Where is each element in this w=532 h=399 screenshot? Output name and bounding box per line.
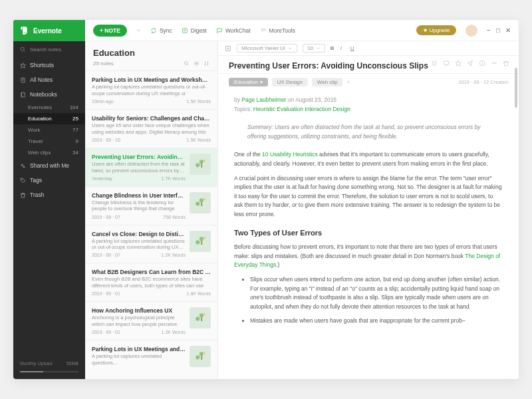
note-item[interactable]: What B2B Designers Can Learn from B2C Ab… xyxy=(85,263,217,301)
present-icon[interactable] xyxy=(443,60,450,66)
note-content[interactable]: by Page Laubheimer on August 23, 2015 To… xyxy=(218,90,519,379)
note-item[interactable]: Parking Lots in UX Meetings and Worksh…A… xyxy=(85,340,217,374)
notebook-evernotes[interactable]: Evernotes164 xyxy=(13,102,85,113)
search-input[interactable]: Search notes xyxy=(13,41,85,58)
evernote-logo-icon xyxy=(19,25,29,36)
svg-point-39 xyxy=(196,240,200,244)
svg-point-17 xyxy=(261,29,262,29)
author-link[interactable]: Page Laubheimer xyxy=(241,96,286,103)
notes-icon xyxy=(20,77,26,83)
note-item[interactable]: Cancel vs Close: Design to Distinguish…A… xyxy=(85,225,217,263)
svg-point-68 xyxy=(493,63,494,63)
note-item[interactable]: How Anchoring Influences UXAnchoring is … xyxy=(85,301,217,340)
summary: Summary: Users are often distracted from… xyxy=(234,119,503,145)
bold-button[interactable]: B xyxy=(331,45,336,51)
size-select[interactable]: 10 xyxy=(303,44,325,53)
list-view-icon[interactable] xyxy=(194,61,200,66)
svg-rect-48 xyxy=(194,350,207,363)
brand-header[interactable]: Evernote xyxy=(13,20,85,41)
sidebar-item-shared[interactable]: Shared with Me xyxy=(13,158,85,173)
new-note-button[interactable]: + NOTE xyxy=(93,25,127,37)
notebook-icon xyxy=(20,92,26,98)
created-date: 2019 · 08 · 12 Created xyxy=(458,79,508,85)
workchat-button[interactable]: WorkChat xyxy=(216,27,251,34)
svg-line-10 xyxy=(23,165,24,166)
svg-point-0 xyxy=(21,47,24,51)
svg-point-69 xyxy=(495,63,496,63)
grid-icon xyxy=(260,27,267,34)
more-icon[interactable] xyxy=(491,60,497,66)
avatar[interactable] xyxy=(466,25,477,37)
search-icon[interactable] xyxy=(184,61,190,66)
tag-row: Education ▾ UX Design Web clip + 2019 · … xyxy=(218,74,519,90)
svg-point-37 xyxy=(203,198,205,200)
more-tools-button[interactable]: MoreTools xyxy=(260,27,295,34)
sync-button[interactable]: Sync xyxy=(150,27,172,34)
close-button[interactable]: ✕ xyxy=(505,27,511,34)
scrollbar[interactable] xyxy=(515,68,517,108)
tag-icon xyxy=(20,178,26,184)
notebook-education[interactable]: Education25 xyxy=(13,113,85,124)
svg-point-41 xyxy=(200,237,203,241)
svg-rect-14 xyxy=(183,28,188,33)
shortcut-icon[interactable] xyxy=(455,60,462,66)
delete-icon[interactable] xyxy=(503,60,509,66)
format-toolbar: Microsoft YaHei UI 10 B I U xyxy=(218,41,519,56)
svg-marker-2 xyxy=(21,63,26,68)
sort-icon[interactable] xyxy=(203,61,209,66)
share-note-icon[interactable] xyxy=(467,60,473,66)
svg-point-47 xyxy=(203,313,205,315)
font-select[interactable]: Microsoft YaHei UI xyxy=(237,44,297,53)
digest-button[interactable]: Digest xyxy=(182,27,207,34)
sync-icon xyxy=(150,27,157,34)
topic-link[interactable]: Interaction Design xyxy=(305,106,350,112)
tag-web-clip[interactable]: Web clip xyxy=(312,78,343,86)
italic-button[interactable]: I xyxy=(340,45,346,51)
svg-line-1 xyxy=(24,51,25,52)
topic-link[interactable]: Heuristic Evaluation xyxy=(253,106,303,112)
notebook-tag[interactable]: Education ▾ xyxy=(229,78,268,86)
heuristics-link[interactable]: 10 Usability Heuristics xyxy=(262,151,318,158)
upgrade-button[interactable]: ★ Upgrade xyxy=(416,25,456,35)
sidebar-item-tags[interactable]: Tags xyxy=(13,173,85,188)
insert-icon[interactable] xyxy=(225,45,231,52)
notebook-travel[interactable]: Travel9 xyxy=(13,136,85,147)
sidebar-item-trash[interactable]: Trash xyxy=(13,188,85,202)
svg-marker-63 xyxy=(456,61,461,66)
list-item: Mistakes are made when users have goals … xyxy=(250,317,503,326)
tag-ux-design[interactable]: UX Design xyxy=(272,78,308,86)
app-window: Evernote Search notes Shortcuts All Note… xyxy=(13,20,519,379)
heading: Two Types of User Errors xyxy=(234,227,503,239)
note-item[interactable]: Change Blindness in User InterfacesChang… xyxy=(85,186,217,225)
notebook-work[interactable]: Work77 xyxy=(13,124,85,136)
note-item[interactable]: Usability for Seniors: Challenges and Ch… xyxy=(85,109,217,148)
svg-rect-38 xyxy=(194,235,207,248)
svg-point-42 xyxy=(203,237,205,239)
maximize-button[interactable]: □ xyxy=(496,27,500,34)
minimize-button[interactable]: − xyxy=(487,27,491,34)
chevron-down-icon[interactable] xyxy=(136,28,141,33)
underline-button[interactable]: U xyxy=(350,45,356,51)
info-icon[interactable] xyxy=(479,60,485,66)
window-controls: − □ ✕ xyxy=(487,27,511,34)
reminder-icon[interactable] xyxy=(431,60,438,66)
sidebar-item-all-notes[interactable]: All Notes xyxy=(13,72,85,87)
share-icon xyxy=(20,163,26,169)
svg-point-51 xyxy=(200,352,203,356)
note-list[interactable]: Parking Lots in UX Meetings and Workshop… xyxy=(85,70,217,379)
sidebar-item-shortcuts[interactable]: Shortcuts xyxy=(13,58,85,72)
star-icon xyxy=(20,63,26,68)
note-item[interactable]: Preventing User Errors: Avoiding Uncons…… xyxy=(85,148,217,186)
editor-panel: Microsoft YaHei UI 10 B I U Preventing U… xyxy=(218,41,519,379)
add-tag-button[interactable]: + xyxy=(346,79,350,85)
svg-point-46 xyxy=(200,313,203,317)
sidebar-item-notebooks[interactable]: Notebooks xyxy=(13,87,85,102)
main-panel: + NOTE Sync Digest WorkChat MoreTools ★ … xyxy=(85,20,519,379)
svg-point-29 xyxy=(196,163,200,167)
svg-line-60 xyxy=(436,61,437,61)
note-thumbnail xyxy=(190,192,211,213)
notebook-web-clips[interactable]: Web clips34 xyxy=(13,147,85,158)
note-item[interactable]: Parking Lots in UX Meetings and Workshop… xyxy=(85,70,217,109)
svg-point-34 xyxy=(196,201,200,205)
note-thumbnail xyxy=(190,154,211,175)
